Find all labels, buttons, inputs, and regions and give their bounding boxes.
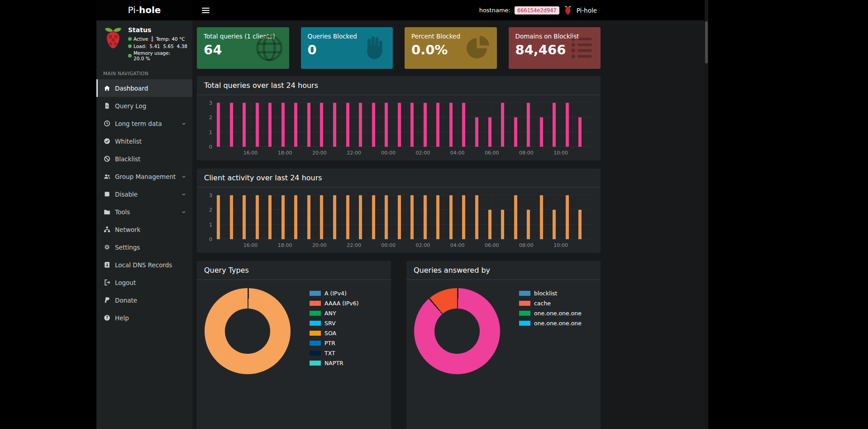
query-bar[interactable] [359, 103, 362, 147]
legend-item[interactable]: PTR [310, 340, 359, 347]
query-bar[interactable] [243, 195, 246, 239]
query-bar[interactable] [449, 195, 453, 239]
query-bar[interactable] [540, 117, 543, 147]
query-bar[interactable] [398, 103, 401, 147]
legend-swatch [519, 321, 530, 326]
query-bar[interactable] [294, 195, 297, 239]
query-bar[interactable] [578, 210, 582, 239]
sidebar-item-help[interactable]: ?Help [96, 309, 192, 327]
query-bar[interactable] [307, 195, 310, 239]
sidebar-item-label: Network [115, 226, 140, 233]
legend-item[interactable]: one.one.one.one [519, 310, 582, 317]
legend-item[interactable]: AAAA (IPv6) [310, 300, 359, 307]
sidebar-item-donate[interactable]: Donate [96, 291, 192, 309]
query-bar[interactable] [501, 210, 504, 239]
legend-item[interactable]: A (IPv4) [310, 290, 359, 297]
legend-item[interactable]: NAPTR [310, 360, 359, 366]
query-bar[interactable] [398, 195, 401, 239]
svg-text:?: ? [106, 315, 108, 320]
query-bar[interactable] [449, 103, 453, 147]
query-bar[interactable] [243, 103, 246, 147]
page-scrollbar[interactable] [705, 0, 708, 429]
sidebar-item-long-term-data[interactable]: Long term data [96, 115, 192, 132]
total-queries-chart[interactable]: 012316:0018:0020:0022:0000:0002:0004:000… [197, 95, 601, 160]
doughnut-chart[interactable] [205, 288, 291, 374]
hostname-value-badge: 666154e2d947 [515, 6, 559, 14]
query-bar[interactable] [230, 195, 233, 239]
query-types-chart[interactable]: A (IPv4)AAAA (IPv6)ANYSRVSOAPTRTXTNAPTR [197, 280, 391, 380]
query-bar[interactable] [217, 103, 220, 147]
legend-item[interactable]: TXT [310, 350, 359, 357]
sidebar-item-tools[interactable]: Tools [96, 203, 192, 221]
legend-item[interactable]: cache [519, 300, 582, 307]
query-bar[interactable] [501, 103, 504, 147]
query-bar[interactable] [320, 195, 323, 239]
sidebar-item-disable[interactable]: Disable [96, 185, 192, 203]
legend-item[interactable]: ANY [310, 310, 359, 317]
query-bar[interactable] [346, 195, 349, 239]
scrollbar-thumb[interactable] [705, 21, 708, 63]
sidebar-item-settings[interactable]: Settings [96, 238, 192, 256]
query-bar[interactable] [475, 117, 478, 147]
legend-item[interactable]: blocklist [519, 290, 582, 297]
sidebar-item-blacklist[interactable]: Blacklist [96, 150, 192, 168]
legend-item[interactable]: SRV [310, 320, 359, 327]
query-bar[interactable] [514, 195, 517, 239]
query-bar[interactable] [410, 103, 414, 147]
brand-logo[interactable]: Pi-hole [96, 0, 192, 20]
query-bar[interactable] [578, 117, 582, 147]
query-bar[interactable] [462, 195, 465, 239]
query-bar[interactable] [527, 103, 530, 147]
chevron-down-icon [181, 192, 186, 197]
sidebar-item-dashboard[interactable]: Dashboard [96, 79, 192, 97]
query-bar[interactable] [268, 103, 272, 147]
sidebar-item-query-log[interactable]: Query Log [96, 97, 192, 115]
query-bar[interactable] [436, 195, 439, 239]
query-bar[interactable] [488, 210, 491, 239]
sidebar-item-local-dns-records[interactable]: Local DNS Records [96, 256, 192, 274]
query-bar[interactable] [359, 195, 362, 239]
query-bar[interactable] [230, 103, 233, 147]
sidebar-item-whitelist[interactable]: Whitelist [96, 132, 192, 150]
query-bar[interactable] [424, 103, 427, 147]
legend-label: SRV [324, 320, 336, 327]
query-bar[interactable] [307, 103, 310, 147]
doughnut-chart[interactable] [414, 288, 500, 374]
query-bar[interactable] [410, 195, 414, 239]
query-bar[interactable] [385, 195, 388, 239]
query-bar[interactable] [333, 103, 336, 147]
query-bar[interactable] [436, 103, 439, 147]
query-bar[interactable] [281, 103, 285, 147]
query-bar[interactable] [372, 103, 375, 147]
query-bar[interactable] [320, 103, 323, 147]
query-bar[interactable] [540, 195, 543, 239]
sidebar-item-group-management[interactable]: Group Management [96, 168, 192, 185]
query-bar[interactable] [424, 195, 427, 239]
query-bar[interactable] [372, 195, 375, 239]
legend-item[interactable]: one.one.one.one [519, 320, 582, 327]
query-bar[interactable] [553, 210, 556, 239]
sidebar-item-logout[interactable]: Logout [96, 274, 192, 291]
query-bar[interactable] [462, 103, 465, 147]
query-bar[interactable] [566, 103, 569, 147]
query-bar[interactable] [333, 195, 336, 239]
queries-answered-by-chart[interactable]: blocklistcacheone.one.one.oneone.one.one… [406, 280, 601, 380]
sidebar-item-network[interactable]: Network [96, 221, 192, 238]
query-bar[interactable] [527, 210, 530, 239]
client-activity-chart[interactable]: 012316:0018:0020:0022:0000:0002:0004:000… [197, 188, 601, 253]
query-bar[interactable] [346, 103, 349, 147]
legend-item[interactable]: SOA [310, 330, 359, 337]
query-bar[interactable] [268, 195, 272, 239]
query-bar[interactable] [488, 117, 491, 147]
sidebar-toggle-button[interactable] [199, 0, 212, 20]
query-bar[interactable] [514, 117, 517, 147]
query-bar[interactable] [553, 103, 556, 147]
query-bar[interactable] [281, 195, 285, 239]
query-bar[interactable] [256, 103, 259, 147]
query-bar[interactable] [217, 195, 220, 239]
query-bar[interactable] [256, 195, 259, 239]
query-bar[interactable] [294, 103, 297, 147]
query-bar[interactable] [475, 195, 478, 239]
query-bar[interactable] [385, 103, 388, 147]
query-bar[interactable] [566, 195, 569, 239]
